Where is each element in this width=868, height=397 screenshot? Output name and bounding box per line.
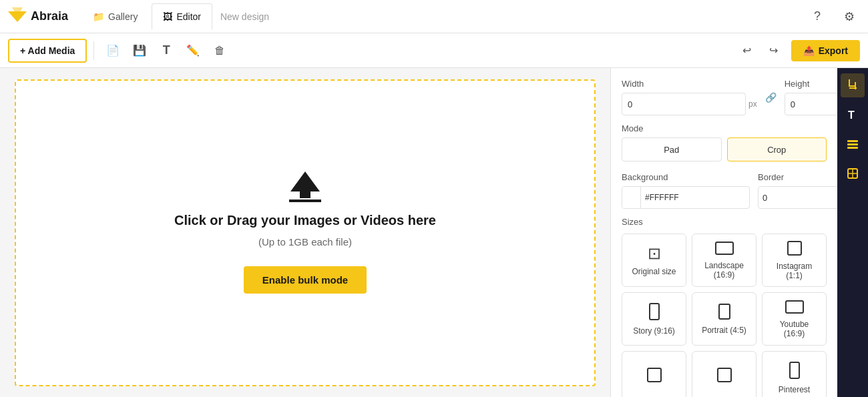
color-text-input[interactable] [641,193,749,202]
tab-gallery-label: Gallery [108,11,138,22]
duplicate-button[interactable]: 📄 [101,39,125,63]
size-pinterest-icon [789,362,800,381]
height-input-row: px [785,93,837,115]
sizes-section: Sizes ⊡ Original size Landscape (16:9) [622,217,827,397]
size-pinterest[interactable]: Pinterest [762,351,827,397]
toolbar-separator [93,41,94,60]
size-landscape-label: Landscape (16:9) [704,261,744,280]
text-icon: T [163,43,170,57]
text-icon: T [846,108,859,121]
height-input[interactable] [785,93,837,115]
link-dimensions-icon[interactable]: 🔗 [765,92,777,103]
settings-icon: ⚙ [844,9,855,24]
folder-icon: 📁 [93,11,104,22]
draw-icon: ✏️ [186,44,200,57]
mode-pad-label: Pad [664,145,679,155]
size-custom1[interactable] [622,351,686,397]
mode-label: Mode [622,123,827,133]
size-original[interactable]: ⊡ Original size [622,234,686,287]
svg-rect-9 [790,362,799,378]
sidebar-layers-button[interactable] [841,132,865,156]
color-swatch[interactable] [622,187,641,208]
size-landscape-icon [715,242,734,257]
canvas-area: Click or Drag your Images or Videos here… [0,68,610,397]
trash-icon: 🗑 [214,45,225,57]
svg-rect-15 [847,140,858,142]
editor-icon: 🖼 [163,11,172,22]
size-instagram[interactable]: Instagram (1:1) [762,234,827,287]
far-right-sidebar: T [837,68,868,397]
svg-rect-3 [788,242,801,255]
toolbar-right: ↩ ↪ 📤 Export [735,39,860,63]
size-story-label: Story (9:16) [633,326,675,336]
settings-button[interactable]: ⚙ [839,6,860,27]
draw-button[interactable]: ✏️ [181,39,205,63]
width-input-row: px [622,93,757,115]
logo-icon [8,7,27,26]
export-icon: 📤 [803,45,815,56]
sidebar-text-button[interactable]: T [841,103,865,127]
top-nav: Abraia 📁 Gallery 🖼 Editor New design ? ⚙ [0,0,868,33]
canvas-drop-zone[interactable]: Click or Drag your Images or Videos here… [15,79,596,386]
svg-rect-5 [719,304,730,319]
size-pinterest-label: Pinterest [779,385,810,394]
mode-row: Pad Crop [622,137,827,161]
mode-crop-label: Crop [767,145,786,155]
crop-icon [846,79,859,92]
size-youtube-icon [785,300,804,316]
size-story[interactable]: Story (9:16) [622,292,686,346]
export-button[interactable]: 📤 Export [791,40,860,61]
sidebar-adjust-button[interactable] [841,161,865,185]
redo-button[interactable]: ↪ [762,39,786,63]
tab-new-design[interactable]: New design [220,11,269,22]
svg-rect-13 [849,87,857,89]
tab-new-design-label: New design [220,11,269,22]
help-button[interactable]: ? [807,6,828,27]
bulk-mode-button[interactable]: Enable bulk mode [244,266,367,294]
svg-rect-8 [718,368,731,382]
mode-pad-button[interactable]: Pad [622,137,722,161]
svg-text:T: T [848,109,855,121]
tab-gallery[interactable]: 📁 Gallery [81,3,149,30]
logo[interactable]: Abraia [8,7,68,26]
border-label: Border [758,172,837,182]
save-button[interactable]: 💾 [128,39,152,63]
text-button[interactable]: T [154,39,178,63]
delete-button[interactable]: 🗑 [208,39,232,63]
undo-button[interactable]: ↩ [735,39,759,63]
size-custom2[interactable] [692,351,756,397]
adjust-icon [846,167,859,180]
help-icon: ? [814,9,821,23]
background-label: Background [622,172,750,182]
border-input-row: px [758,186,837,209]
add-media-label: + Add Media [20,45,75,56]
tab-editor[interactable]: 🖼 Editor [152,3,212,30]
border-group: Border px [758,172,837,209]
add-media-button[interactable]: + Add Media [8,39,87,63]
mode-crop-button[interactable]: Crop [727,137,827,161]
size-portrait[interactable]: Portrait (4:5) [692,292,756,346]
sidebar-crop-button[interactable] [841,73,865,97]
undo-icon: ↩ [742,44,751,57]
size-portrait-label: Portrait (4:5) [702,326,746,335]
svg-rect-16 [847,143,858,145]
width-input[interactable] [622,93,746,115]
size-portrait-icon [718,304,730,322]
size-original-icon: ⊡ [648,244,661,263]
svg-rect-2 [716,242,733,254]
sizes-grid: ⊡ Original size Landscape (16:9) Instagr… [622,234,827,397]
drop-text-main: Click or Drag your Images or Videos here [174,213,436,228]
size-custom2-icon [717,368,732,384]
save-icon: 💾 [133,44,146,57]
duplicate-icon: 📄 [106,44,120,57]
upload-arrow-icon [289,171,321,202]
width-unit: px [748,99,757,109]
layers-icon [846,137,859,151]
svg-rect-6 [786,301,803,313]
border-value-input[interactable] [758,193,837,203]
bg-border-row: Background Border px [622,172,827,209]
svg-rect-4 [650,304,659,320]
size-landscape[interactable]: Landscape (16:9) [692,234,756,287]
size-youtube[interactable]: Youtube (16:9) [762,292,827,346]
mode-section: Mode Pad Crop [622,123,827,161]
